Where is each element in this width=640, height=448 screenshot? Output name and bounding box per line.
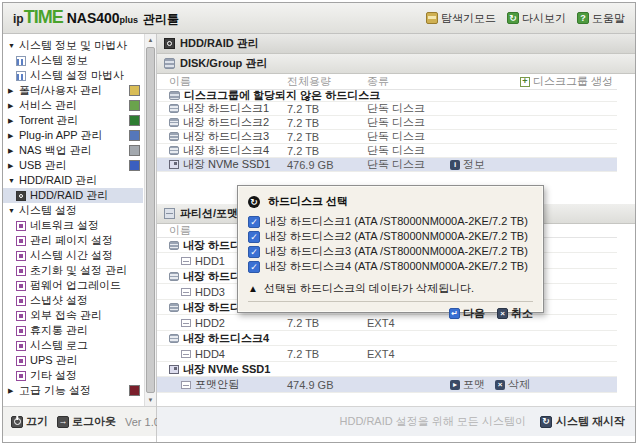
column-name: 이름	[169, 223, 191, 238]
sidebar-group-plugin-app[interactable]: ▶Plug-in APP 관리	[3, 128, 143, 143]
scroll-up-icon[interactable]: ▲	[145, 34, 156, 46]
dialog-warning-text: 선택된 하드디스크의 데이타가 삭제됩니다.	[264, 281, 474, 296]
logout-icon: →	[57, 416, 69, 428]
disk-option-label: 내장 하드디스크4 (ATA /ST8000NM000A-2KE/7.2 TB)	[265, 259, 528, 274]
cancel-button[interactable]: × 취소	[497, 306, 533, 321]
partition-row-selected[interactable]: 포맷안됨 474.9 GB ▸포맷 ×삭제	[157, 377, 617, 393]
column-name: 이름	[169, 74, 191, 89]
sidebar-item-snapshot[interactable]: 스냅샷 설정	[3, 293, 143, 308]
sidebar-group-nas-backup[interactable]: ▶NAS 백업 관리	[3, 143, 143, 158]
nvme-icon	[169, 365, 179, 374]
power-off-label: 끄기	[26, 414, 48, 429]
explorer-mode-button[interactable]: 탐색기모드	[426, 11, 496, 26]
sidebar-group-system-info-wizard[interactable]: ▼시스템 정보 및 마법사	[3, 38, 143, 53]
disk-option-2[interactable]: ✓ 내장 하드디스크2 (ATA /ST8000NM000A-2KE/7.2 T…	[248, 229, 533, 244]
triangle-right-icon: ▶	[8, 147, 19, 155]
settings-icon	[16, 326, 26, 336]
hdd-icon	[169, 118, 179, 127]
disk-option-1[interactable]: ✓ 내장 하드디스크1 (ATA /ST8000NM000A-2KE/7.2 T…	[248, 214, 533, 229]
settings-icon	[16, 266, 26, 276]
sidebar-item-system-info[interactable]: 시스템 정보	[3, 53, 143, 68]
sidebar-group-service[interactable]: ▶서비스 관리	[3, 98, 143, 113]
dialog-buttons: ↵ 다음 × 취소	[248, 306, 533, 321]
info-button[interactable]: i정보	[450, 157, 485, 172]
sidebar-item-system-log[interactable]: 시스템 로그	[3, 338, 143, 353]
sidebar-item-system-setup-wizard[interactable]: 시스템 설정 마법사	[3, 68, 143, 83]
advanced-icon	[129, 385, 140, 396]
sidebar-group-usb[interactable]: ▶USB 관리	[3, 158, 143, 173]
settings-icon	[16, 296, 26, 306]
table-row-selected[interactable]: 내장 NVMe SSD1 476.9 GB 단독 디스크 i정보	[157, 158, 617, 172]
sidebar-item-etc-settings[interactable]: 기타 설정	[3, 368, 143, 383]
backup-icon	[129, 145, 140, 156]
triangle-down-icon: ▼	[8, 42, 19, 49]
scrollbar-thumb[interactable]	[146, 47, 155, 393]
main-statusbar: HDD/RAID 설정을 위해 모든 시스템이 ↻ 시스템 재시작	[157, 406, 635, 436]
hdd-icon	[169, 104, 179, 113]
disk-option-3[interactable]: ✓ 내장 하드디스크3 (ATA /ST8000NM000A-2KE/7.2 T…	[248, 244, 533, 259]
folder-icon	[129, 85, 140, 96]
sidebar-group-torrent[interactable]: ▶Torrent 관리	[3, 113, 143, 128]
reload-button[interactable]: ↻ 다시보기	[507, 11, 566, 26]
table-row[interactable]: 내장 하드디스크4 7.2 TB 단독 디스크	[157, 144, 617, 158]
checkbox-checked-icon[interactable]: ✓	[248, 216, 260, 228]
partition-icon	[181, 288, 191, 296]
hdd-icon	[169, 146, 179, 155]
create-disk-group-button[interactable]: +디스크그룹 생성	[520, 74, 613, 89]
sidebar-item-firmware-upgrade[interactable]: 펌웨어 업그레이드	[3, 278, 143, 293]
sidebar-scrollbar[interactable]: ▲ ▼	[144, 34, 156, 406]
sidebar-item-hdd-raid[interactable]: HDD/RAID 관리	[3, 188, 143, 203]
app-window: ipTIMENAS400plus관리툴 탐색기모드 ↻ 다시보기 ? 도움말 ▼…	[2, 2, 636, 443]
delete-icon: ×	[495, 380, 505, 390]
explorer-mode-label: 탐색기모드	[441, 11, 496, 26]
plugin-icon	[129, 130, 140, 141]
reload-label: 다시보기	[522, 11, 566, 26]
partition-icon	[181, 381, 191, 389]
chart-icon	[16, 71, 26, 81]
sidebar-item-external-access[interactable]: 외부 접속 관리	[3, 308, 143, 323]
system-restart-button[interactable]: ↻ 시스템 재시작	[540, 414, 625, 429]
delete-button[interactable]: ×삭제	[495, 377, 530, 392]
disk-option-label: 내장 하드디스크1 (ATA /ST8000NM000A-2KE/7.2 TB)	[265, 214, 528, 229]
hdd-icon	[169, 272, 179, 281]
sidebar-item-ups[interactable]: UPS 관리	[3, 353, 143, 368]
sidebar-scroll-area: ▼시스템 정보 및 마법사 시스템 정보 시스템 설정 마법사 ▶폴더/사용자 …	[3, 34, 156, 406]
triangle-down-icon: ▼	[8, 177, 19, 184]
logout-button[interactable]: → 로그아웃	[57, 414, 116, 429]
format-button[interactable]: ▸포맷	[450, 377, 485, 392]
sidebar-group-folder-user[interactable]: ▶폴더/사용자 관리	[3, 83, 143, 98]
dialog-warning-row: ▲ 선택된 하드디스크의 데이타가 삭제됩니다.	[248, 281, 533, 296]
table-row[interactable]: 내장 하드디스크2 7.2 TB 단독 디스크	[157, 116, 617, 130]
partition-row[interactable]: HDD4 7.2 TB EXT4	[157, 346, 617, 362]
power-off-button[interactable]: 끄기	[11, 414, 48, 429]
sidebar-group-system-settings[interactable]: ▼시스템 설정	[3, 203, 143, 218]
sidebar-group-advanced[interactable]: ▶고급 기능 설정	[3, 383, 143, 398]
checkbox-checked-icon[interactable]: ✓	[248, 261, 260, 273]
sidebar-group-hdd-raid[interactable]: ▼HDD/RAID 관리	[3, 173, 143, 188]
partition-group-row: 내장 NVMe SSD1	[157, 362, 617, 377]
triangle-down-icon: ▼	[8, 207, 19, 214]
next-button[interactable]: ↵ 다음	[449, 306, 485, 321]
table-row[interactable]: 내장 하드디스크1 7.2 TB 단독 디스크	[157, 102, 617, 116]
checkbox-checked-icon[interactable]: ✓	[248, 246, 260, 258]
sidebar-item-admin-page[interactable]: 관리 페이지 설정	[3, 233, 143, 248]
dialog-title: 하드디스크 선택	[268, 194, 348, 209]
hdd-icon	[169, 334, 179, 343]
checkbox-checked-icon[interactable]: ✓	[248, 231, 260, 243]
logo-model: NAS400	[67, 10, 120, 26]
sidebar-item-trash[interactable]: 휴지통 관리	[3, 323, 143, 338]
system-restart-label: 시스템 재시작	[556, 414, 625, 429]
page-title: HDD/RAID 관리	[180, 36, 259, 51]
sidebar-item-reset-config[interactable]: 초기화 및 설정 관리	[3, 263, 143, 278]
sidebar-item-system-time[interactable]: 시스템 시간 설정	[3, 248, 143, 263]
scroll-down-icon[interactable]: ▼	[145, 394, 156, 406]
table-row[interactable]: 내장 하드디스크3 7.2 TB 단독 디스크	[157, 130, 617, 144]
column-capacity: 전체용량	[287, 74, 331, 89]
help-button[interactable]: ? 도움말	[577, 11, 625, 26]
settings-icon	[16, 311, 26, 321]
sidebar-item-network[interactable]: 네트워크 설정	[3, 218, 143, 233]
settings-icon	[16, 341, 26, 351]
logo-suffix: 관리툴	[143, 11, 179, 28]
titlebar-buttons: 탐색기모드 ↻ 다시보기 ? 도움말	[426, 11, 625, 26]
disk-option-4[interactable]: ✓ 내장 하드디스크4 (ATA /ST8000NM000A-2KE/7.2 T…	[248, 259, 533, 274]
